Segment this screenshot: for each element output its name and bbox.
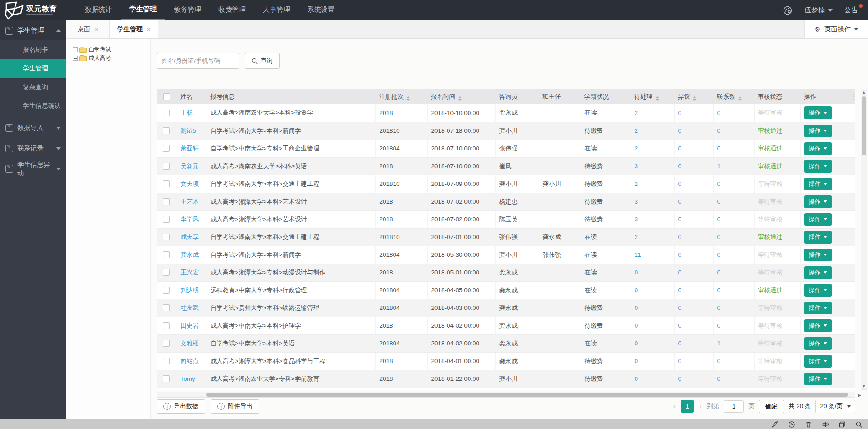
pending-count-link[interactable]: 2: [635, 234, 638, 240]
student-name-link[interactable]: 文天项: [181, 180, 199, 187]
search-icon[interactable]: [855, 421, 863, 428]
sidebar-group-data-import[interactable]: 数据导入: [0, 118, 66, 138]
column-pending[interactable]: 待处理: [631, 89, 674, 104]
scroll-right-arrow[interactable]: ▶: [858, 393, 861, 398]
column-settings-icon[interactable]: ⋮: [849, 89, 855, 104]
dispute-count-link[interactable]: 0: [678, 198, 682, 205]
row-action-button[interactable]: 操作: [804, 337, 832, 350]
dispute-count-link[interactable]: 0: [678, 251, 682, 258]
pending-count-link[interactable]: 0: [635, 375, 638, 382]
close-icon[interactable]: ×: [94, 26, 98, 33]
next-page-button[interactable]: ›: [698, 402, 702, 410]
sort-icon[interactable]: [656, 96, 659, 101]
contact-count-link[interactable]: 0: [717, 127, 721, 134]
row-action-button[interactable]: 操作: [804, 249, 832, 261]
tree-node-adult-college-exam[interactable]: 成人高考: [73, 54, 150, 63]
row-checkbox[interactable]: [163, 251, 170, 258]
dispute-count-link[interactable]: 0: [678, 216, 682, 223]
vertical-scrollbar-thumb[interactable]: [862, 96, 866, 155]
row-checkbox[interactable]: [163, 234, 170, 240]
theme-palette-icon[interactable]: [783, 5, 793, 15]
row-checkbox[interactable]: [163, 127, 170, 134]
student-name-link[interactable]: 吴新元: [181, 163, 199, 170]
sidebar-item-student-mgmt[interactable]: 学生管理: [0, 59, 66, 78]
row-action-button[interactable]: 操作: [804, 142, 832, 155]
select-all-checkbox[interactable]: [163, 93, 170, 100]
row-action-button[interactable]: 操作: [804, 125, 832, 137]
sidebar-item-complex-query[interactable]: 复杂查询: [0, 78, 66, 96]
goto-confirm-button[interactable]: 确定: [759, 400, 784, 413]
contact-count-link[interactable]: 0: [717, 110, 721, 116]
student-name-link[interactable]: 测试5: [181, 127, 197, 134]
row-action-button[interactable]: 操作: [804, 195, 832, 208]
page-size-select[interactable]: 20 条/页: [815, 400, 855, 413]
student-name-link[interactable]: 刘达明: [181, 287, 199, 294]
dispute-count-link[interactable]: 0: [678, 145, 682, 152]
page-operations-button[interactable]: ⚙ 页面操作: [804, 20, 868, 38]
trash-icon[interactable]: [805, 421, 812, 428]
dispute-count-link[interactable]: 0: [678, 304, 682, 311]
sort-icon[interactable]: [738, 96, 742, 101]
contact-count-link[interactable]: 0: [717, 269, 721, 276]
row-checkbox[interactable]: [163, 269, 170, 276]
speaker-icon[interactable]: [822, 421, 829, 428]
pending-count-link[interactable]: 0: [635, 269, 638, 276]
sidebar-group-contact-records[interactable]: 联系记录: [0, 139, 66, 158]
row-checkbox[interactable]: [163, 145, 170, 152]
rocket-icon[interactable]: [771, 421, 779, 428]
row-checkbox[interactable]: [163, 180, 170, 187]
pending-count-link[interactable]: 3: [635, 216, 638, 223]
sort-icon[interactable]: [406, 96, 410, 101]
user-menu[interactable]: 伍梦楠: [804, 6, 833, 15]
student-name-link[interactable]: 田史岩: [181, 322, 199, 329]
row-action-button[interactable]: 操作: [804, 319, 832, 332]
row-action-button[interactable]: 操作: [804, 231, 832, 244]
row-checkbox[interactable]: [163, 322, 170, 329]
student-name-link[interactable]: 文雅楼: [181, 340, 199, 347]
pending-count-link[interactable]: 2: [635, 127, 638, 134]
student-name-link[interactable]: 王艺术: [181, 198, 199, 205]
pending-count-link[interactable]: 11: [635, 251, 641, 258]
row-action-button[interactable]: 操作: [804, 266, 832, 279]
row-action-button[interactable]: 操作: [804, 373, 832, 385]
nav-item-hr-mgmt[interactable]: 人事管理: [254, 0, 299, 20]
row-checkbox[interactable]: [163, 358, 170, 364]
expand-icon[interactable]: [73, 56, 78, 61]
student-name-link[interactable]: 萧亚轩: [181, 145, 199, 152]
pending-count-link[interactable]: 0: [635, 322, 638, 329]
tab-desktop[interactable]: 桌面 ×: [66, 20, 110, 38]
dispute-count-link[interactable]: 0: [678, 180, 682, 187]
student-name-link[interactable]: 成天享: [181, 234, 199, 240]
dispute-count-link[interactable]: 0: [678, 322, 682, 329]
dispute-count-link[interactable]: 0: [678, 110, 682, 116]
student-name-link[interactable]: 王兴宏: [181, 269, 199, 276]
contact-count-link[interactable]: 0: [717, 375, 721, 382]
export-data-button[interactable]: ↓ 导出数据: [157, 399, 205, 414]
row-action-button[interactable]: 操作: [804, 302, 832, 314]
dispute-count-link[interactable]: 0: [678, 269, 682, 276]
horizontal-scrollbar[interactable]: ▶: [157, 392, 855, 398]
row-checkbox[interactable]: [163, 340, 170, 347]
pending-count-link[interactable]: 3: [635, 163, 638, 170]
row-checkbox[interactable]: [163, 375, 170, 382]
dispute-count-link[interactable]: 0: [678, 234, 682, 240]
dispute-count-link[interactable]: 0: [678, 340, 682, 347]
sidebar-item-student-info-confirm[interactable]: 学生信息确认: [0, 96, 66, 115]
nav-item-fee-mgmt[interactable]: 收费管理: [210, 0, 254, 20]
goto-page-input[interactable]: [724, 400, 744, 413]
row-checkbox[interactable]: [163, 163, 170, 170]
row-action-button[interactable]: 操作: [804, 355, 832, 368]
contact-count-link[interactable]: 0: [717, 145, 721, 152]
row-action-button[interactable]: 操作: [804, 178, 832, 190]
row-action-button[interactable]: 操作: [804, 213, 832, 226]
row-checkbox[interactable]: [163, 287, 170, 294]
pending-count-link[interactable]: 0: [635, 304, 638, 311]
nav-item-academic-mgmt[interactable]: 教务管理: [165, 0, 210, 20]
pending-count-link[interactable]: 0: [635, 287, 638, 294]
pending-count-link[interactable]: 0: [635, 340, 638, 347]
search-button[interactable]: 查询: [245, 53, 280, 69]
horizontal-scrollbar-thumb[interactable]: [206, 393, 848, 397]
row-checkbox[interactable]: [163, 304, 170, 311]
pending-count-link[interactable]: 2: [635, 145, 638, 152]
contact-count-link[interactable]: 0: [717, 322, 721, 329]
